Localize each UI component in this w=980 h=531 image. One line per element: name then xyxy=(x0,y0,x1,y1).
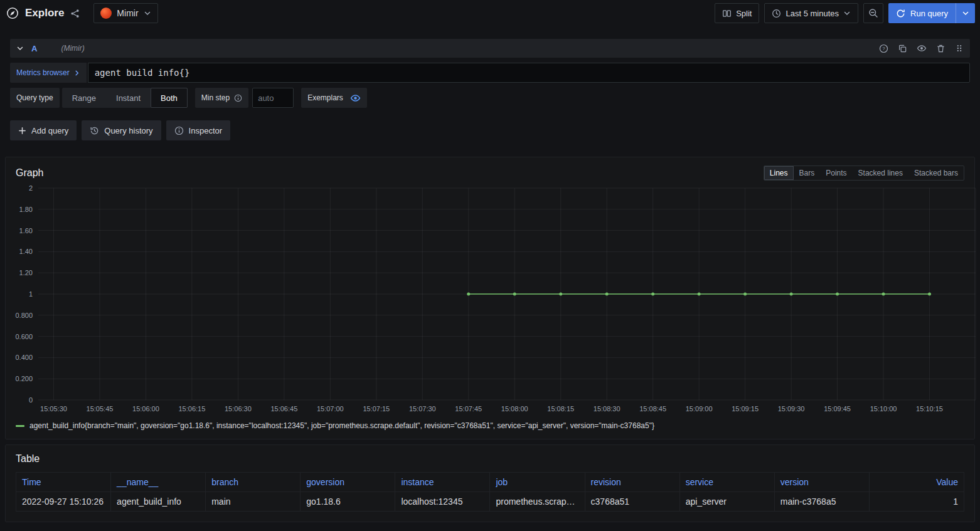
query-expression-input[interactable] xyxy=(88,63,970,83)
svg-text:15:08:00: 15:08:00 xyxy=(501,405,528,413)
query-type-option-instant[interactable]: Instant xyxy=(106,88,151,108)
svg-text:15:10:00: 15:10:00 xyxy=(870,405,897,413)
graph-mode-points[interactable]: Points xyxy=(820,166,852,180)
column-header-time[interactable]: Time xyxy=(16,473,111,492)
page-title: Explore xyxy=(25,7,64,19)
split-button[interactable]: Split xyxy=(715,3,759,23)
column-header-name[interactable]: __name__ xyxy=(111,473,206,492)
query-row-actions: ? xyxy=(879,43,964,53)
collapse-chevron-icon[interactable] xyxy=(16,45,24,52)
exemplars-field: Exemplars xyxy=(301,88,367,108)
results-table: Time__name__branchgoversioninstancejobre… xyxy=(16,472,964,512)
svg-text:1.80: 1.80 xyxy=(19,206,33,213)
chevron-down-icon xyxy=(144,9,151,17)
inspector-label: Inspector xyxy=(189,126,222,135)
help-icon[interactable]: ? xyxy=(879,44,888,53)
svg-text:15:06:30: 15:06:30 xyxy=(225,405,252,413)
column-header-job[interactable]: job xyxy=(490,473,585,492)
table-cell: c3768a51 xyxy=(585,492,679,512)
query-ref-id[interactable]: A xyxy=(31,44,37,53)
run-query-button[interactable]: Run query xyxy=(888,3,975,23)
graph-panel-header: Graph LinesBarsPointsStacked linesStacke… xyxy=(6,157,974,183)
trash-icon[interactable] xyxy=(936,44,945,53)
graph-mode-stacked-lines[interactable]: Stacked lines xyxy=(853,166,908,180)
run-query-label: Run query xyxy=(910,9,948,18)
table-header-row: Time__name__branchgoversioninstancejobre… xyxy=(16,473,964,492)
metrics-browser-button[interactable]: Metrics browser xyxy=(10,63,87,83)
table-cell: localhost:12345 xyxy=(395,492,490,512)
clock-icon xyxy=(772,9,781,18)
table-cell: go1.18.6 xyxy=(301,492,395,512)
graph-mode-lines[interactable]: Lines xyxy=(764,166,794,180)
svg-text:15:09:15: 15:09:15 xyxy=(732,405,759,413)
svg-text:0: 0 xyxy=(29,396,33,404)
column-header-value[interactable]: Value xyxy=(869,473,964,492)
time-range-button[interactable]: Last 5 minutes xyxy=(764,3,858,23)
results-table-wrap: Time__name__branchgoversioninstancejobre… xyxy=(6,467,974,522)
info-icon[interactable] xyxy=(234,94,242,102)
time-series-chart[interactable]: 00.2000.4000.6000.80011.201.401.601.8021… xyxy=(6,183,974,416)
exemplars-eye-icon[interactable] xyxy=(350,93,361,103)
share-icon[interactable] xyxy=(70,9,80,18)
add-query-button[interactable]: Add query xyxy=(10,120,77,140)
column-header-service[interactable]: service xyxy=(679,473,774,492)
svg-text:1.60: 1.60 xyxy=(19,227,33,234)
query-datasource-hint: (Mimir) xyxy=(61,44,84,53)
explore-actions-row: Add query Query history Inspector xyxy=(10,120,970,140)
mimir-logo-icon xyxy=(100,8,112,19)
svg-text:0.200: 0.200 xyxy=(15,375,33,382)
angle-right-icon xyxy=(73,70,80,76)
query-history-label: Query history xyxy=(104,126,152,135)
graph-mode-stacked-bars[interactable]: Stacked bars xyxy=(908,166,964,180)
graph-panel-title: Graph xyxy=(16,167,43,179)
column-header-branch[interactable]: branch xyxy=(206,473,301,492)
inspector-info-icon xyxy=(174,126,184,135)
legend-series-label[interactable]: agent_build_info{branch="main", goversio… xyxy=(29,421,654,430)
split-label: Split xyxy=(736,9,752,18)
column-header-revision[interactable]: revision xyxy=(585,473,679,492)
datasource-name: Mimir xyxy=(117,8,138,18)
min-step-label: Min step xyxy=(201,93,230,102)
datasource-picker[interactable]: Mimir xyxy=(93,3,157,23)
chart-legend: agent_build_info{branch="main", goversio… xyxy=(6,416,974,439)
run-query-main[interactable]: Run query xyxy=(888,3,956,23)
toolbar-right: Split Last 5 minutes Run query xyxy=(715,3,975,23)
query-field-row: Metrics browser xyxy=(10,63,970,83)
graph-mode-bars[interactable]: Bars xyxy=(794,166,821,180)
query-type-option-both[interactable]: Both xyxy=(151,88,188,108)
legend-series-swatch xyxy=(16,425,24,427)
column-header-goversion[interactable]: goversion xyxy=(301,473,395,492)
eye-icon[interactable] xyxy=(917,43,927,53)
svg-text:15:09:00: 15:09:00 xyxy=(686,405,713,413)
refresh-icon xyxy=(896,9,905,18)
column-header-version[interactable]: version xyxy=(774,473,869,492)
chart-canvas[interactable]: 00.2000.4000.6000.80011.201.401.601.8021… xyxy=(11,183,979,416)
svg-text:15:07:00: 15:07:00 xyxy=(317,405,344,413)
min-step-label-chip: Min step xyxy=(195,88,248,108)
exemplars-label: Exemplars xyxy=(307,93,343,102)
table-cell: agent_build_info xyxy=(111,492,206,512)
drag-handle-icon[interactable] xyxy=(955,44,964,53)
query-history-button[interactable]: Query history xyxy=(82,120,161,140)
svg-text:15:09:30: 15:09:30 xyxy=(778,405,805,413)
svg-text:0.600: 0.600 xyxy=(15,333,33,340)
graph-panel: Graph LinesBarsPointsStacked linesStacke… xyxy=(5,157,975,439)
column-header-instance[interactable]: instance xyxy=(395,473,490,492)
svg-text:1: 1 xyxy=(29,290,33,298)
plus-icon xyxy=(18,127,26,135)
copy-icon[interactable] xyxy=(898,44,907,53)
svg-text:?: ? xyxy=(882,46,885,51)
add-query-label: Add query xyxy=(31,126,68,135)
query-options-row: Query type RangeInstantBoth Min step Exe… xyxy=(10,88,970,108)
table-panel: Table Time__name__branchgoversioninstanc… xyxy=(5,444,975,522)
min-step-input[interactable] xyxy=(252,88,294,108)
query-type-option-range[interactable]: Range xyxy=(62,88,106,108)
svg-text:1.40: 1.40 xyxy=(19,248,33,255)
table-row: 2022-09-27 15:10:26agent_build_infomaing… xyxy=(16,492,964,512)
run-query-dropdown[interactable] xyxy=(956,3,975,23)
svg-text:15:07:15: 15:07:15 xyxy=(363,405,390,413)
inspector-button[interactable]: Inspector xyxy=(166,120,230,140)
table-cell: main xyxy=(206,492,301,512)
svg-text:15:07:30: 15:07:30 xyxy=(409,405,436,413)
zoom-out-button[interactable] xyxy=(863,3,883,23)
